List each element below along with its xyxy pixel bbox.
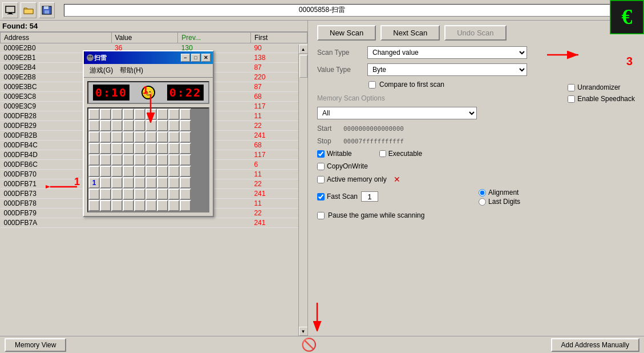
mine-cell[interactable] <box>180 143 191 154</box>
mine-cell[interactable] <box>100 131 111 143</box>
mine-cell[interactable] <box>168 154 180 166</box>
mine-cell[interactable] <box>111 154 123 166</box>
mine-cell[interactable] <box>88 188 100 200</box>
copy-on-write-checkbox[interactable] <box>317 163 325 170</box>
mine-cell[interactable] <box>111 109 123 120</box>
mine-cell[interactable] <box>168 200 180 211</box>
game-maximize-btn[interactable]: □ <box>191 54 200 62</box>
mine-cell[interactable] <box>123 166 134 177</box>
fast-scan-input[interactable] <box>361 191 378 202</box>
mine-cell[interactable] <box>145 109 157 120</box>
mine-cell[interactable] <box>134 200 145 211</box>
mine-cell[interactable] <box>134 143 145 154</box>
mine-cell[interactable] <box>88 120 100 131</box>
mine-cell[interactable] <box>168 131 180 143</box>
mine-cell[interactable] <box>180 177 191 188</box>
executable-checkbox[interactable] <box>379 150 386 157</box>
mine-cell[interactable] <box>123 188 134 200</box>
mine-cell[interactable] <box>88 131 100 143</box>
mine-cell[interactable] <box>111 200 123 211</box>
mine-cell[interactable] <box>145 166 157 177</box>
scroll-down-btn[interactable]: ▼ <box>299 327 308 336</box>
mine-cell[interactable] <box>157 188 168 200</box>
active-memory-x[interactable]: ✕ <box>394 175 400 184</box>
mine-cell[interactable] <box>100 177 111 188</box>
mine-cell[interactable] <box>123 131 134 143</box>
mine-cell[interactable] <box>111 166 123 177</box>
mine-cell[interactable] <box>145 143 157 154</box>
mine-cell[interactable] <box>123 154 134 166</box>
mine-cell[interactable] <box>157 120 168 131</box>
mine-cell[interactable] <box>157 200 168 211</box>
alignment-radio[interactable] <box>479 189 486 196</box>
no-symbol-button[interactable]: 🚫 <box>300 336 317 354</box>
mine-cell[interactable] <box>145 188 157 200</box>
new-scan-button[interactable]: New Scan <box>317 25 376 41</box>
mine-cell[interactable] <box>134 109 145 120</box>
mine-cell[interactable] <box>100 154 111 166</box>
mine-cell[interactable] <box>88 154 100 166</box>
mine-cell[interactable]: 1 <box>88 177 100 188</box>
mine-cell[interactable] <box>134 120 145 131</box>
mine-cell[interactable] <box>157 109 168 120</box>
game-menu-help[interactable]: 帮助(H) <box>116 65 147 76</box>
writable-checkbox[interactable] <box>317 150 325 158</box>
mine-cell[interactable] <box>180 109 191 120</box>
mine-cell[interactable] <box>123 120 134 131</box>
mine-cell[interactable] <box>111 177 123 188</box>
mine-cell[interactable] <box>88 109 100 120</box>
undo-scan-button[interactable]: Undo Scan <box>444 25 506 41</box>
game-close-btn[interactable]: ✕ <box>201 54 210 62</box>
mine-cell[interactable] <box>134 131 145 143</box>
fast-scan-checkbox[interactable] <box>317 193 325 200</box>
smiley-button[interactable]: 😊 <box>141 86 155 99</box>
mine-cell[interactable] <box>88 166 100 177</box>
mine-cell[interactable] <box>168 188 180 200</box>
mine-cell[interactable] <box>134 177 145 188</box>
compare-first-checkbox[interactable] <box>368 81 376 89</box>
mine-cell[interactable] <box>168 177 180 188</box>
monitor-button[interactable] <box>2 2 18 18</box>
memory-view-button[interactable]: Memory View <box>5 338 66 352</box>
table-row[interactable]: 000DFB7A241 <box>1 218 307 228</box>
mine-cell[interactable] <box>100 120 111 131</box>
mine-cell[interactable] <box>123 143 134 154</box>
mine-cell[interactable] <box>180 200 191 211</box>
scan-type-select[interactable]: Changed value <box>367 46 527 59</box>
mine-cell[interactable] <box>111 120 123 131</box>
pause-checkbox[interactable] <box>317 212 325 219</box>
scroll-up-btn[interactable]: ▲ <box>299 45 308 54</box>
mine-cell[interactable] <box>111 143 123 154</box>
mine-cell[interactable] <box>168 109 180 120</box>
scroll-thumb[interactable] <box>299 55 307 78</box>
mine-cell[interactable] <box>168 166 180 177</box>
mine-cell[interactable] <box>157 177 168 188</box>
mine-cell[interactable] <box>88 143 100 154</box>
mine-cell[interactable] <box>134 154 145 166</box>
mine-cell[interactable] <box>134 188 145 200</box>
speedhack-checkbox[interactable] <box>568 95 575 103</box>
value-type-select[interactable]: Byte <box>367 63 527 76</box>
folder-button[interactable] <box>21 2 37 18</box>
mine-cell[interactable] <box>100 143 111 154</box>
save-button[interactable] <box>39 2 55 18</box>
mine-cell[interactable] <box>145 120 157 131</box>
mine-cell[interactable] <box>123 177 134 188</box>
mine-cell[interactable] <box>168 120 180 131</box>
mine-cell[interactable] <box>180 188 191 200</box>
mine-cell[interactable] <box>180 120 191 131</box>
mine-cell[interactable] <box>157 143 168 154</box>
table-scrollbar[interactable]: ▲ ▼ <box>298 45 307 336</box>
unrandomizer-checkbox[interactable] <box>568 84 575 91</box>
mine-cell[interactable] <box>145 131 157 143</box>
mine-cell[interactable] <box>100 109 111 120</box>
mine-cell[interactable] <box>100 188 111 200</box>
mine-cell[interactable] <box>180 131 191 143</box>
game-menu-game[interactable]: 游戏(G) <box>86 65 116 76</box>
mine-cell[interactable] <box>157 131 168 143</box>
mine-cell[interactable] <box>157 154 168 166</box>
mine-cell[interactable] <box>145 177 157 188</box>
mine-cell[interactable] <box>123 200 134 211</box>
mine-cell[interactable] <box>111 131 123 143</box>
mine-cell[interactable] <box>100 166 111 177</box>
